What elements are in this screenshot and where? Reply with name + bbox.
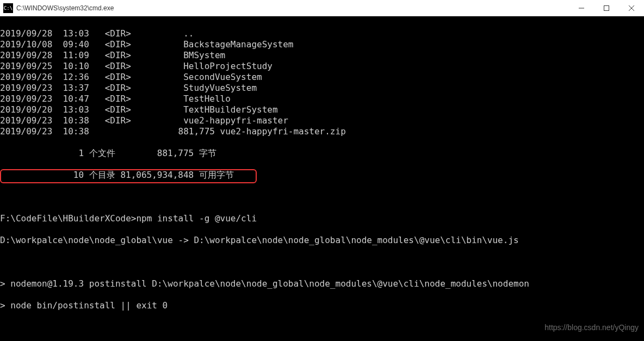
window-controls bbox=[569, 0, 644, 16]
dir-entry: 2019/09/23 10:38 881,775 vue2-happyfri-m… bbox=[0, 126, 644, 137]
dir-entry: 2019/09/28 13:03 <DIR> .. bbox=[0, 28, 644, 39]
dir-entry: 2019/09/25 10:10 <DIR> HelloProjectStudy bbox=[0, 61, 644, 72]
close-button[interactable] bbox=[619, 0, 644, 16]
blank-line bbox=[0, 257, 644, 268]
svg-rect-1 bbox=[604, 5, 609, 10]
dir-entry: 2019/09/26 12:36 <DIR> SecondVueSystem bbox=[0, 72, 644, 83]
blank-line bbox=[0, 191, 644, 202]
maximize-button[interactable] bbox=[594, 0, 619, 16]
symlink-output: D:\workpalce\node\node_global\vue -> D:\… bbox=[0, 235, 644, 246]
watermark-text: https://blog.csdn.net/yQingy bbox=[544, 322, 639, 333]
dir-entry: 2019/09/23 10:47 <DIR> TestHello bbox=[0, 94, 644, 104]
command-highlight-box bbox=[0, 169, 257, 183]
window-titlebar: C:\ C:\WINDOWS\system32\cmd.exe bbox=[0, 0, 644, 16]
minimize-button[interactable] bbox=[569, 0, 594, 16]
postinstall-line-2: > node bin/postinstall || exit 0 bbox=[0, 300, 644, 311]
dir-entry: 2019/09/23 13:37 <DIR> StudyVueSystem bbox=[0, 83, 644, 94]
postinstall-line-1: > nodemon@1.19.3 postinstall D:\workpalc… bbox=[0, 278, 644, 289]
dir-entry: 2019/09/20 13:03 <DIR> TextHBuilderSyste… bbox=[0, 104, 644, 115]
cmd-icon: C:\ bbox=[3, 3, 13, 13]
command-line-1: F:\CodeFile\HBuilderXCode>npm install -g… bbox=[0, 213, 644, 224]
window-title: C:\WINDOWS\system32\cmd.exe bbox=[16, 4, 569, 12]
terminal-output[interactable]: 2019/09/28 13:03 <DIR> ..2019/10/08 09:4… bbox=[0, 16, 644, 341]
dir-entry: 2019/09/28 11:09 <DIR> BMSystem bbox=[0, 50, 644, 61]
dir-entry: 2019/09/23 10:38 <DIR> vue2-happyfri-mas… bbox=[0, 115, 644, 126]
dir-entry: 2019/10/08 09:40 <DIR> BackstageManageSy… bbox=[0, 39, 644, 50]
summary-files: 1 个文件 881,775 字节 bbox=[0, 148, 644, 159]
